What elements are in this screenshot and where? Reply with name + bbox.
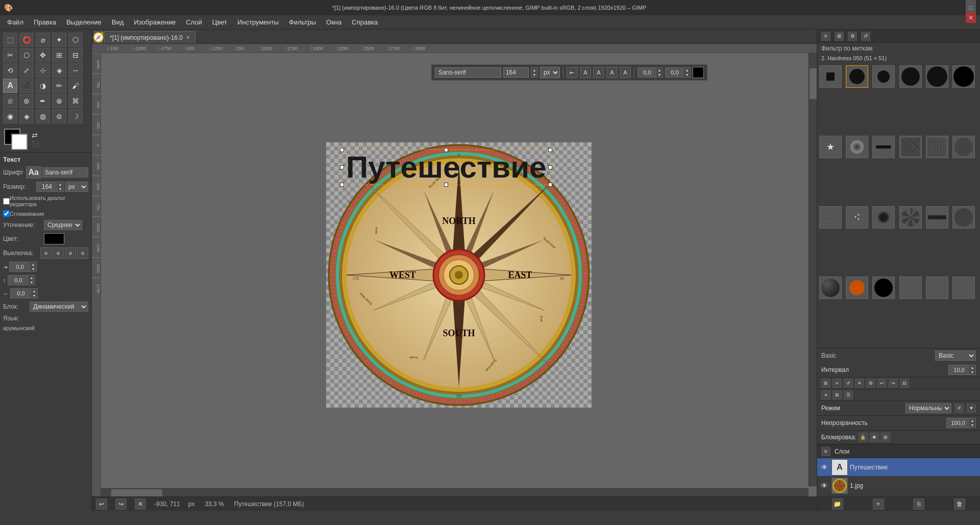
align-left-button[interactable]: ≡ bbox=[40, 247, 52, 259]
tool-rotate[interactable]: ⟲ bbox=[3, 63, 17, 78]
menu-layer[interactable]: Слой bbox=[181, 16, 207, 28]
menu-select[interactable]: Выделение bbox=[61, 16, 107, 28]
undo-button[interactable]: ↩ bbox=[96, 498, 107, 510]
panel-icon2-2[interactable]: ⊞ bbox=[832, 390, 842, 399]
tool-ellipse-select[interactable]: ⭕ bbox=[19, 33, 34, 47]
background-color[interactable] bbox=[11, 134, 28, 150]
opacity-down[interactable]: ▼ bbox=[969, 423, 975, 428]
handle-bl[interactable] bbox=[340, 183, 344, 187]
font-size-up[interactable]: ▲ bbox=[531, 68, 537, 72]
brush-item[interactable]: ⁖ bbox=[846, 206, 868, 229]
indent-up[interactable]: ▲ bbox=[30, 262, 36, 267]
new-layer-btn[interactable]: + bbox=[873, 498, 884, 510]
font-size-down[interactable]: ▼ bbox=[531, 72, 537, 77]
tool-flip[interactable]: ↔ bbox=[68, 63, 83, 78]
panel-icon-2[interactable]: ≡ bbox=[832, 379, 842, 388]
scrollbar-thumb-horizontal[interactable] bbox=[111, 489, 162, 496]
canvas-viewport[interactable]: ▲ ▼ px pt ⇤ A A A A bbox=[101, 53, 817, 496]
mode-options-btn[interactable]: ▼ bbox=[967, 404, 976, 413]
tool-crop[interactable]: ⊟ bbox=[68, 48, 83, 62]
tool-align[interactable]: ⊞ bbox=[52, 48, 66, 62]
menu-filters[interactable]: Фильтры bbox=[284, 16, 321, 28]
line-spacing-down[interactable]: ▼ bbox=[29, 280, 35, 285]
font-input[interactable] bbox=[42, 167, 88, 178]
indent-value[interactable] bbox=[10, 264, 30, 270]
letter-spacing-value[interactable] bbox=[11, 290, 31, 296]
brush-item[interactable] bbox=[819, 65, 842, 88]
maximize-button[interactable]: □ bbox=[966, 3, 976, 13]
indent-down[interactable]: ▼ bbox=[30, 267, 36, 271]
lock-pos-btn[interactable]: ✚ bbox=[870, 433, 879, 442]
brushes-settings-btn[interactable]: ⚙ bbox=[848, 32, 857, 41]
menu-view[interactable]: Вид bbox=[107, 16, 129, 28]
menu-tools[interactable]: Инструменты bbox=[232, 16, 284, 28]
reset-colors-button[interactable]: ⬛ bbox=[32, 140, 39, 147]
handle-ml[interactable] bbox=[340, 165, 344, 169]
text-x-up[interactable]: ▲ bbox=[656, 68, 663, 72]
opacity-up[interactable]: ▲ bbox=[969, 418, 975, 423]
panel-icon-3[interactable]: ↺ bbox=[844, 379, 853, 388]
text-rtl-button[interactable]: A bbox=[620, 67, 631, 78]
brush-item[interactable] bbox=[926, 65, 948, 88]
compass-thumbnail[interactable]: 🧭 bbox=[94, 31, 103, 43]
align-center-button[interactable]: ≡ bbox=[53, 247, 64, 259]
scrollbar-horizontal[interactable] bbox=[101, 488, 808, 496]
menu-help[interactable]: Справка bbox=[347, 16, 383, 28]
tool-move[interactable]: ✥ bbox=[36, 48, 50, 62]
handle-bm[interactable] bbox=[444, 183, 448, 187]
brush-item[interactable]: ★ bbox=[819, 136, 842, 158]
panel-icon-8[interactable]: ⊟ bbox=[900, 379, 909, 388]
panel-icon2-3[interactable]: ☰ bbox=[844, 390, 853, 399]
tool-color-select[interactable]: ⎔ bbox=[68, 33, 83, 47]
layer-eye-text[interactable]: 👁 bbox=[819, 462, 829, 472]
brush-item[interactable] bbox=[899, 206, 922, 229]
brush-item[interactable] bbox=[926, 206, 948, 229]
interval-down[interactable]: ▼ bbox=[969, 370, 975, 374]
use-editor-checkbox[interactable] bbox=[3, 198, 10, 205]
font-name-input[interactable] bbox=[435, 67, 501, 78]
smooth-checkbox[interactable] bbox=[3, 210, 10, 217]
layer-row-image[interactable]: 👁 1.jpg bbox=[817, 477, 980, 495]
text-color-swatch[interactable] bbox=[44, 233, 64, 244]
font-size-input[interactable] bbox=[503, 67, 529, 78]
interval-up[interactable]: ▲ bbox=[969, 365, 975, 370]
scrollbar-vertical[interactable] bbox=[808, 53, 817, 486]
new-group-btn[interactable]: 📁 bbox=[832, 498, 843, 510]
canvas-tab-close[interactable]: ✕ bbox=[186, 35, 190, 40]
brush-item[interactable]: ....... bbox=[819, 206, 842, 229]
hint-select[interactable]: Среднее Низкое Высокое bbox=[44, 220, 82, 230]
tool-airbrush[interactable]: ⊛ bbox=[19, 94, 34, 108]
mode-select[interactable]: Нормальный Умножение bbox=[905, 403, 951, 413]
text-baseline-button[interactable]: A bbox=[580, 67, 591, 78]
mode-reset-btn[interactable]: ↺ bbox=[954, 404, 964, 413]
tool-blur[interactable]: ◍ bbox=[36, 109, 50, 123]
brush-item-selected[interactable] bbox=[846, 65, 868, 88]
tool-clone[interactable]: ⌘ bbox=[68, 94, 83, 108]
tool-bucket[interactable]: ⬛ bbox=[19, 79, 34, 93]
handle-tl[interactable] bbox=[340, 148, 344, 152]
menu-edit[interactable]: Правка bbox=[29, 16, 61, 28]
brush-item[interactable] bbox=[846, 277, 868, 299]
letter-spacing-up[interactable]: ▲ bbox=[31, 289, 37, 293]
panel-icon2-1[interactable]: ≡ bbox=[821, 390, 830, 399]
panel-icon-7[interactable]: ↪ bbox=[889, 379, 898, 388]
tool-perspective-clone[interactable]: ◈ bbox=[19, 109, 34, 123]
brush-item[interactable] bbox=[926, 136, 948, 158]
tool-rect-select[interactable]: ⬚ bbox=[3, 33, 17, 47]
brushes-refresh-btn[interactable]: ↺ bbox=[861, 32, 870, 41]
text-align-left-button[interactable]: ⇤ bbox=[567, 67, 578, 78]
tool-paintbrush[interactable]: 🖌 bbox=[68, 79, 83, 93]
brush-item[interactable] bbox=[952, 277, 975, 299]
tool-perspective[interactable]: ◈ bbox=[52, 63, 66, 78]
brushes-list-btn[interactable]: ≡ bbox=[821, 32, 830, 41]
menu-file[interactable]: Файл bbox=[2, 16, 29, 28]
duplicate-layer-btn[interactable]: ⎘ bbox=[913, 498, 924, 510]
panel-icon-4[interactable]: ✕ bbox=[855, 379, 864, 388]
handle-mr[interactable] bbox=[548, 165, 552, 169]
interval-value[interactable] bbox=[949, 367, 969, 373]
brush-item[interactable] bbox=[872, 65, 895, 88]
brush-item[interactable] bbox=[872, 136, 895, 158]
menu-color[interactable]: Цвет bbox=[207, 16, 232, 28]
tool-free-select[interactable]: ⌀ bbox=[36, 33, 50, 47]
tool-fg-select[interactable]: ⬡ bbox=[19, 48, 34, 62]
